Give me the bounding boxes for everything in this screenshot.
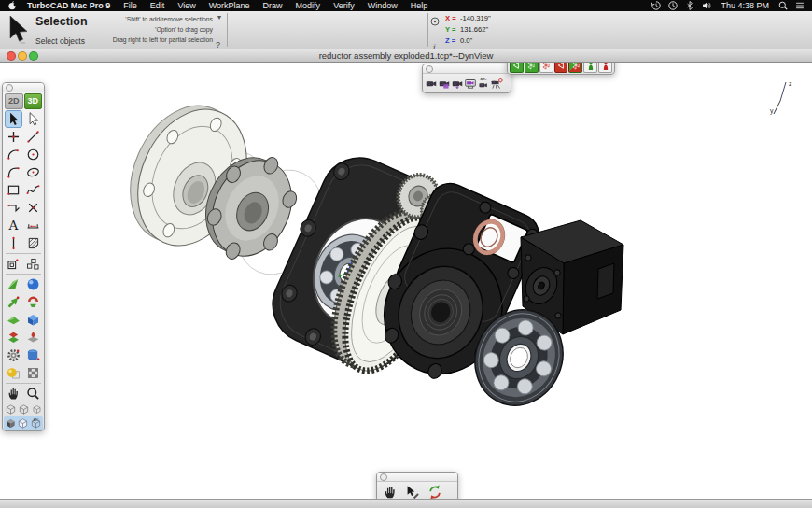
rectangle-tool-icon[interactable] [5, 181, 22, 199]
turbocad-app: { "menu_bar": { "items": ["TurboCAD Mac … [0, 0, 812, 508]
svg-text:ABC: ABC [33, 418, 38, 422]
shaded-cube-icon[interactable] [5, 416, 17, 430]
wire-cube-iso-icon[interactable] [5, 402, 17, 416]
close-palette-button[interactable] [6, 84, 13, 92]
wire-cube-2-icon[interactable] [18, 402, 30, 416]
camera-tripod-icon[interactable] [490, 75, 503, 92]
tool-hint-line: 'Option' to drag copy [101, 24, 213, 35]
camera-screen-icon[interactable] [464, 75, 477, 92]
texture-tool-icon[interactable] [24, 364, 42, 382]
menu-draw[interactable]: Draw [257, 1, 289, 10]
segment-tool-icon[interactable] [5, 234, 22, 252]
sphere-tool-icon[interactable] [24, 275, 42, 293]
menu-window[interactable]: Window [361, 1, 404, 10]
notification-center-icon[interactable] [794, 0, 805, 11]
circle-tool-icon[interactable] [24, 146, 42, 163]
ellipse-tool-icon[interactable] [24, 163, 42, 181]
camera-text-icon[interactable]: ABC [477, 75, 490, 92]
tracking-icon[interactable] [430, 17, 440, 26]
apple-menu-icon[interactable] [7, 0, 18, 11]
scene-canvas[interactable] [0, 62, 812, 500]
palette-header[interactable] [377, 473, 457, 482]
coord-y-value: 131.662" [460, 25, 488, 34]
tool-row [3, 163, 44, 181]
revolve-tool-icon[interactable] [24, 293, 42, 311]
menu-turbocad-mac-pro-9[interactable]: TurboCAD Mac Pro 9 [21, 1, 117, 10]
zoom-tool-icon[interactable] [24, 385, 42, 402]
boolean-add-tool-icon[interactable] [5, 329, 22, 346]
palette-header[interactable] [3, 83, 44, 92]
cross-tool-icon[interactable] [24, 199, 42, 217]
tool-hints: 'Shift' to add/remove selections 'Option… [101, 14, 213, 46]
render-sphere-tool-icon[interactable] [5, 364, 22, 382]
tool-row [3, 364, 44, 382]
tool-hint-line: Drag right to left for partial selection [101, 35, 213, 45]
insert-block-tool-icon[interactable] [5, 255, 22, 273]
svg-text:ABC: ABC [480, 78, 487, 81]
divider [6, 253, 41, 254]
view-mode-row [3, 402, 44, 416]
palette-header[interactable] [423, 64, 511, 74]
divider [6, 274, 41, 275]
flyout-arrow-icon[interactable]: ▼ [214, 14, 225, 21]
cone-tool-icon[interactable] [5, 275, 22, 293]
tool-row [3, 199, 44, 217]
close-palette-button[interactable] [426, 65, 433, 73]
window-title-bar[interactable]: reductor assembly exploded1.tcp*--DynVie… [0, 49, 812, 63]
time-machine-icon[interactable] [651, 0, 662, 11]
bluetooth-icon[interactable] [684, 0, 695, 11]
mode-2d-button[interactable]: 2D [5, 93, 23, 109]
divider [227, 13, 228, 47]
coordinate-readout: X =-140.319" Y =131.662" Z =0.0" [445, 13, 491, 47]
extrude-tool-icon[interactable] [5, 293, 22, 311]
ghost-cube-icon[interactable] [17, 416, 29, 430]
hatch-tool-icon[interactable] [24, 234, 42, 252]
menu-verify[interactable]: Verify [327, 1, 361, 10]
prism-tool-icon[interactable] [5, 311, 22, 329]
group-tool-icon[interactable] [24, 255, 42, 273]
spotlight-icon[interactable] [777, 0, 789, 11]
pan-hand-tool-icon[interactable] [5, 385, 22, 402]
line-tool-icon[interactable] [24, 128, 42, 146]
gear-tool-icon[interactable] [5, 346, 22, 364]
point-tool-icon[interactable] [5, 128, 22, 146]
clock-icon[interactable] [667, 0, 679, 11]
mode-3d-button[interactable]: 3D [24, 93, 43, 109]
active-tool-title: Selection [35, 15, 88, 28]
dimension-tool-icon[interactable] [24, 217, 42, 234]
text-tool-icon[interactable]: A [5, 217, 22, 234]
menu-help[interactable]: Help [404, 1, 435, 10]
ucs-z-label: z [789, 80, 792, 87]
view-mode-row: ABC [4, 416, 43, 430]
spline-tool-icon[interactable] [24, 181, 42, 199]
open-arrow-tool-icon[interactable] [24, 110, 42, 128]
menu-workplane[interactable]: WorkPlane [203, 1, 257, 10]
camera-insert-icon[interactable] [451, 75, 464, 92]
menu-file[interactable]: File [117, 1, 144, 10]
divider [6, 383, 41, 384]
coord-x-row: X =-140.319" [445, 13, 491, 24]
tool-row [3, 146, 44, 163]
menu-modify[interactable]: Modify [289, 1, 328, 10]
volume-icon[interactable] [701, 0, 712, 11]
mode-switch: 2D3D [3, 92, 44, 110]
camera-save-view-icon[interactable] [438, 75, 451, 92]
tool-grid: AABC [3, 110, 44, 430]
box-tool-icon[interactable] [24, 311, 42, 329]
menu-edit[interactable]: Edit [144, 1, 172, 10]
camera-icon[interactable] [425, 75, 438, 92]
coord-x-value: -140.319" [460, 14, 491, 22]
menu-clock[interactable]: Thu 4:38 PM [715, 1, 775, 10]
window-bottom-strip [0, 499, 812, 508]
coord-y-row: Y =131.662" [445, 24, 491, 35]
menu-view[interactable]: View [171, 1, 202, 10]
polyline-tool-icon[interactable] [5, 199, 22, 217]
close-palette-button[interactable] [380, 473, 387, 481]
select-arrow-tool-icon[interactable] [5, 110, 22, 128]
cylinder-tool-icon[interactable] [24, 346, 42, 364]
boolean-subtract-tool-icon[interactable] [24, 329, 42, 346]
annotated-cube-icon[interactable]: ABC [30, 416, 42, 430]
arc-tool-icon[interactable] [5, 146, 22, 163]
wire-cube-3-icon[interactable] [31, 402, 43, 416]
curve-tool-icon[interactable] [5, 163, 22, 181]
